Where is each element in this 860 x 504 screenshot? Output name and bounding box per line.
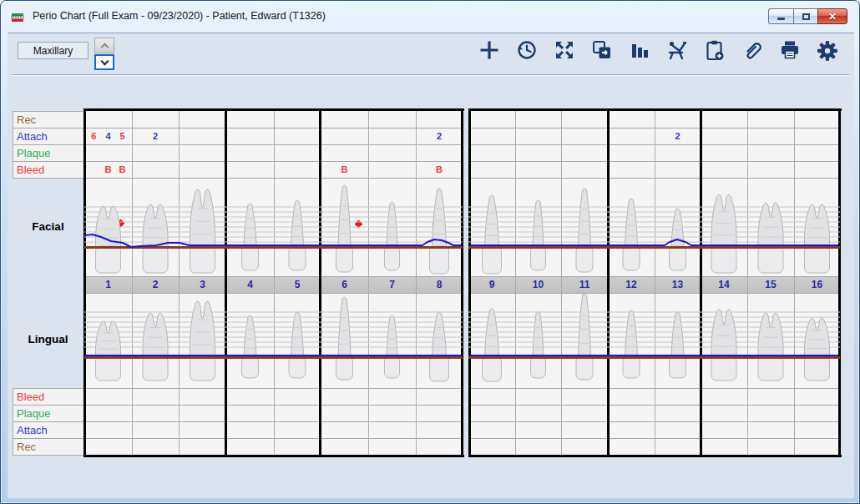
row-label-rec-top: Rec bbox=[13, 112, 83, 128]
tooth-number-3[interactable]: 3 bbox=[179, 276, 226, 293]
attach-value-tooth-8[interactable]: 2 bbox=[433, 128, 446, 144]
tooth-number-14[interactable]: 14 bbox=[701, 276, 747, 293]
row-label-bleed-top: Bleed bbox=[13, 162, 83, 178]
grid-frame-line bbox=[84, 108, 464, 111]
row-label-rec-bottom: Rec bbox=[13, 439, 83, 455]
tooth-number-15[interactable]: 15 bbox=[747, 276, 794, 293]
lingual-section-label: Lingual bbox=[13, 333, 83, 345]
tooth-number-6[interactable]: 6 bbox=[321, 276, 368, 293]
attach-value-tooth-1[interactable]: 5 bbox=[116, 128, 129, 144]
grid-frame-line bbox=[468, 455, 842, 457]
bleed-value-tooth-6[interactable]: B bbox=[338, 161, 352, 178]
attach-value-tooth-13[interactable]: 2 bbox=[671, 128, 685, 144]
tooth-number-16[interactable]: 16 bbox=[794, 276, 840, 293]
perio-grid: Facial Lingual RecAttachPlaqueBleedBleed… bbox=[1, 1, 860, 504]
tooth-number-4[interactable]: 4 bbox=[226, 276, 274, 293]
row-label-bleed-bottom: Bleed bbox=[13, 389, 83, 405]
bleed-value-tooth-1[interactable]: B bbox=[116, 161, 129, 178]
grid-frame-line bbox=[84, 455, 464, 457]
bleed-value-tooth-1[interactable]: B bbox=[102, 161, 115, 178]
row-label-plaque-bottom: Plaque bbox=[13, 406, 83, 421]
grid-line bbox=[13, 455, 84, 456]
tooth-number-5[interactable]: 5 bbox=[274, 276, 321, 293]
tooth-number-13[interactable]: 13 bbox=[655, 276, 701, 293]
tooth-number-7[interactable]: 7 bbox=[368, 276, 416, 293]
tooth-number-12[interactable]: 12 bbox=[608, 276, 655, 293]
tooth-number-11[interactable]: 11 bbox=[561, 276, 608, 293]
grid-line bbox=[13, 178, 463, 179]
tooth-number-9[interactable]: 9 bbox=[468, 276, 515, 293]
facial-section-label: Facial bbox=[13, 220, 83, 233]
attach-value-tooth-1[interactable]: 6 bbox=[87, 128, 100, 144]
row-label-plaque-top: Plaque bbox=[13, 145, 83, 161]
row-label-attach-top: Attach bbox=[13, 129, 83, 144]
attach-value-tooth-1[interactable]: 4 bbox=[102, 128, 115, 144]
tooth-number-10[interactable]: 10 bbox=[515, 276, 561, 293]
grid-frame-line bbox=[468, 108, 842, 111]
tooth-number-8[interactable]: 8 bbox=[416, 276, 463, 293]
tooth-number-2[interactable]: 2 bbox=[132, 276, 179, 293]
attach-value-tooth-2[interactable]: 2 bbox=[149, 128, 162, 144]
tooth-number-1[interactable]: 1 bbox=[84, 276, 132, 293]
perio-chart-window: Perio Chart (Full Exam - 09/23/2020) - P… bbox=[0, 0, 860, 504]
row-label-attach-bottom: Attach bbox=[13, 422, 83, 438]
bleed-value-tooth-8[interactable]: B bbox=[433, 161, 446, 178]
